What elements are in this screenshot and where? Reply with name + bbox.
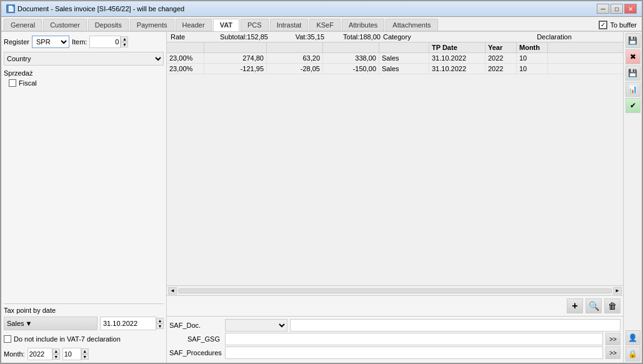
scroll-right-button[interactable]: ► — [613, 287, 622, 295]
country-select[interactable]: Country — [4, 52, 164, 66]
col-header-rate — [167, 42, 204, 52]
cell-rate-2: 23,00% — [167, 64, 204, 74]
month-input[interactable] — [62, 348, 81, 360]
scroll-track[interactable] — [178, 288, 612, 293]
tab-general[interactable]: General — [4, 19, 42, 31]
search-button[interactable]: 🔍 — [586, 298, 602, 313]
tab-vat[interactable]: VAT — [213, 19, 239, 31]
no-include-checkbox[interactable] — [4, 335, 11, 343]
year-down[interactable]: ▼ — [52, 354, 60, 360]
no-include-label: Do not include in VAT-7 declaration — [14, 335, 121, 343]
saf-procedures-button[interactable]: >> — [606, 347, 621, 359]
tab-header[interactable]: Header — [176, 19, 212, 31]
cell-total-2: -150,00 — [323, 64, 379, 74]
main-window: 📄 Document - Sales invoice [SI-456/22] -… — [0, 0, 643, 364]
date-wrapper: ▲ ▼ — [100, 317, 164, 330]
minimize-button[interactable]: ─ — [597, 4, 609, 14]
rate-col-label: Rate — [171, 33, 208, 41]
fiscal-label: Fiscal — [19, 79, 37, 87]
sprzedaz-section: Sprzedaż Fiscal — [4, 68, 164, 88]
add-row-button[interactable]: + — [567, 298, 583, 313]
tab-payments[interactable]: Payments — [130, 19, 174, 31]
item-up-arrow[interactable]: ▲ — [121, 36, 128, 42]
no-include-row: Do not include in VAT-7 declaration — [4, 333, 164, 345]
title-buttons: ─ □ ✕ — [597, 4, 637, 14]
total-header: Total:188,00 — [327, 33, 383, 41]
sidebar-confirm-button[interactable]: ✔ — [626, 98, 641, 113]
cell-year-2: 2022 — [486, 64, 517, 74]
item-label: Item: — [72, 38, 87, 46]
saf-doc-input[interactable] — [290, 319, 621, 332]
sidebar-lock-button[interactable]: 🔒 — [626, 347, 641, 362]
col-header-subtotal — [204, 42, 267, 52]
date-input[interactable] — [100, 317, 156, 330]
tab-intrastat[interactable]: Intrastat — [270, 19, 309, 31]
saf-section: SAF_Doc. SAF_GSG >> SAF_Procedures >> — [167, 316, 623, 363]
sidebar-cancel-button[interactable]: ✖ — [626, 49, 641, 64]
saf-doc-select[interactable] — [225, 319, 287, 332]
year-up[interactable]: ▲ — [52, 348, 60, 354]
saf-gsg-input[interactable] — [225, 333, 603, 345]
fiscal-checkbox[interactable] — [9, 79, 16, 87]
col-headers: TP Date Year Month — [167, 42, 623, 53]
delete-row-button[interactable]: 🗑 — [604, 298, 621, 313]
col-header-category — [379, 42, 429, 52]
saf-procedures-row: SAF_Procedures >> — [169, 347, 621, 359]
sidebar-user-button[interactable]: 👤 — [626, 330, 641, 345]
date-down-arrow[interactable]: ▼ — [156, 323, 164, 329]
scroll-left-button[interactable]: ◄ — [168, 287, 177, 295]
month-down[interactable]: ▼ — [81, 354, 89, 360]
tab-attributes[interactable]: Attributes — [342, 19, 384, 31]
saf-doc-row: SAF_Doc. — [169, 319, 621, 332]
saf-gsg-button[interactable]: >> — [606, 333, 621, 345]
saf-procedures-input[interactable] — [225, 347, 603, 359]
tab-deposits[interactable]: Deposits — [88, 19, 129, 31]
title-bar-left: 📄 Document - Sales invoice [SI-456/22] -… — [6, 4, 184, 13]
title-bar: 📄 Document - Sales invoice [SI-456/22] -… — [1, 1, 642, 17]
cell-subtotal-1: 274,80 — [204, 53, 267, 63]
maximize-button[interactable]: □ — [611, 4, 623, 14]
month-up[interactable]: ▲ — [81, 348, 89, 354]
item-spinners: ▲ ▼ — [121, 36, 128, 47]
cell-tpdate-2: 31.10.2022 — [429, 64, 486, 74]
cell-vat-2: -28,05 — [267, 64, 323, 74]
spacer — [4, 91, 164, 301]
register-select[interactable]: SPR — [32, 36, 69, 48]
window-icon: 📄 — [6, 4, 15, 13]
saf-gsg-label: SAF_GSG — [169, 335, 222, 343]
right-sidebar: 💾 ✖ 💾 📊 ✔ 👤 🔒 — [623, 32, 642, 363]
tab-attachments[interactable]: Attachments — [386, 19, 437, 31]
window-title: Document - Sales invoice [SI-456/22] - w… — [17, 5, 184, 12]
cell-total-1: 338,00 — [323, 53, 379, 63]
year-input[interactable] — [27, 348, 52, 360]
to-buffer-checkbox[interactable]: ✓ — [599, 21, 607, 29]
to-buffer-label: To buffer — [610, 21, 637, 29]
sidebar-save-button[interactable]: 💾 — [626, 33, 641, 48]
saf-procedures-label: SAF_Procedures — [169, 349, 222, 357]
sidebar-report-button[interactable]: 📊 — [626, 82, 641, 97]
horizontal-scrollbar: ◄ ► — [167, 285, 623, 295]
cell-year-1: 2022 — [486, 53, 517, 63]
declaration-label: Declaration — [489, 33, 619, 41]
item-down-arrow[interactable]: ▼ — [121, 42, 128, 47]
cell-vat-1: 63,20 — [267, 53, 323, 63]
tab-ksef[interactable]: KSeF — [309, 19, 341, 31]
item-input[interactable] — [89, 36, 121, 48]
sprzedaz-title: Sprzedaż — [4, 69, 164, 77]
cell-subtotal-2: -121,95 — [204, 64, 267, 74]
tax-point-controls: Sales ▼ ▲ ▼ — [4, 317, 164, 330]
date-up-arrow[interactable]: ▲ — [156, 318, 164, 323]
table-row: 23,00% -121,95 -28,05 -150,00 Sales 31.1… — [167, 64, 623, 74]
tab-pcs[interactable]: PCS — [241, 19, 269, 31]
table-row: 23,00% 274,80 63,20 338,00 Sales 31.10.2… — [167, 53, 623, 64]
close-button[interactable]: ✕ — [624, 4, 637, 14]
fiscal-row: Fiscal — [4, 79, 164, 87]
tab-customer[interactable]: Customer — [43, 19, 87, 31]
col-header-total — [323, 42, 379, 52]
cell-rate-1: 23,00% — [167, 53, 204, 63]
sidebar-save2-button[interactable]: 💾 — [626, 66, 641, 81]
sales-dropdown[interactable]: Sales ▼ — [4, 317, 97, 330]
subtotal-header: Subtotal:152,85 — [208, 33, 271, 41]
col-header-year: Year — [486, 42, 517, 52]
center-panel: Rate Subtotal:152,85 Vat:35,15 Total:188… — [167, 32, 623, 363]
